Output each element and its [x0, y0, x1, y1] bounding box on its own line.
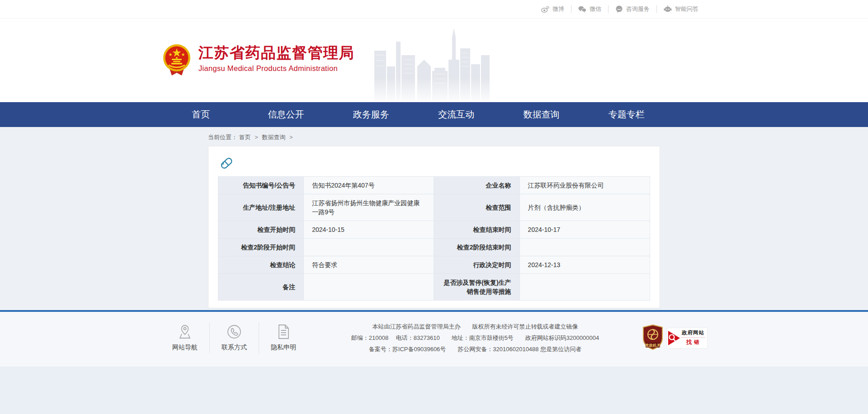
field-label: 企业名称 — [434, 177, 519, 194]
breadcrumb-separator: > — [289, 134, 293, 141]
field-value: 2024-10-17 — [519, 221, 650, 239]
weibo-label: 微博 — [552, 5, 564, 13]
nav-item-gov-services[interactable]: 政务服务 — [329, 102, 414, 127]
table-row: 检查2阶段开始时间 检查2阶段结束时间 — [218, 239, 650, 256]
site-footer: 网站导航 联系方式 — [0, 312, 868, 367]
field-label: 生产地址/注册地址 — [218, 194, 304, 221]
national-emblem-icon — [163, 44, 191, 78]
map-pin-icon — [172, 324, 198, 339]
nav-item-special-topics[interactable]: 专题专栏 — [584, 102, 669, 127]
field-value — [304, 239, 434, 256]
pill-icon — [219, 155, 650, 171]
detail-card: 告知书编号/公告号 告知书2024年第407号 企业名称 江苏联环药业股份有限公… — [208, 146, 660, 308]
smart-qa-label: 智能问答 — [675, 5, 698, 13]
document-icon — [271, 324, 296, 339]
field-label: 检查2阶段结束时间 — [434, 239, 519, 256]
city-skyline-graphic — [374, 24, 490, 102]
party-gov-badge-icon[interactable]: 党政机关 — [642, 325, 663, 352]
field-label: 检查范围 — [434, 194, 519, 221]
privacy-label: 隐私申明 — [271, 343, 296, 352]
field-label: 检查开始时间 — [218, 221, 304, 239]
site-header: 江苏省药品监督管理局 Jiangsu Medical Products Admi… — [0, 19, 868, 102]
table-row: 检查开始时间 2024-10-15 检查结束时间 2024-10-17 — [218, 221, 650, 239]
content-area: 当前位置： 首页 > 数据查询 > 告知书编号/公告号 告知书2024 — [0, 127, 868, 312]
nav-item-interaction[interactable]: 交流互动 — [414, 102, 499, 127]
nav-item-home[interactable]: 首页 — [158, 102, 243, 127]
weibo-link[interactable]: 微博 — [534, 5, 571, 13]
table-row: 生产地址/注册地址 江苏省扬州市扬州生物健康产业园健康一路9号 检查范围 片剂（… — [218, 194, 650, 221]
field-value: 告知书2024年第407号 — [304, 177, 434, 194]
page: 微博 微信 咨询服务 智能问答 — [0, 0, 868, 414]
field-value: 符合要求 — [304, 256, 434, 274]
field-value — [519, 239, 650, 256]
gov-site-badge-top-label: 政府网站 — [681, 329, 705, 338]
contact-link[interactable]: 联系方式 — [209, 322, 259, 353]
nav-item-data-query[interactable]: 数据查询 — [499, 102, 584, 127]
field-value: 2024-10-15 — [304, 221, 434, 239]
field-value — [304, 274, 434, 301]
field-label: 备注 — [218, 274, 304, 301]
chat-icon — [615, 5, 623, 13]
phone-icon — [222, 324, 247, 339]
inspection-detail-table: 告知书编号/公告号 告知书2024年第407号 企业名称 江苏联环药业股份有限公… — [218, 176, 650, 301]
wechat-icon — [578, 6, 586, 13]
field-label: 是否涉及暂停(恢复)生产销售使用等措施 — [434, 274, 519, 301]
wechat-label: 微信 — [590, 5, 601, 13]
svg-text:党政机关: 党政机关 — [645, 343, 661, 347]
footer-line-contact: 邮编：210008 电话：83273610 地址：南京市鼓楼街5号 政府网站标识… — [311, 332, 639, 343]
field-label: 行政决定时间 — [434, 256, 519, 274]
breadcrumb: 当前位置： 首页 > 数据查询 > — [208, 132, 660, 146]
robot-icon — [664, 5, 672, 13]
table-row: 检查结论 符合要求 行政决定时间 2024-12-13 — [218, 256, 650, 274]
brand[interactable]: 江苏省药品监督管理局 Jiangsu Medical Products Admi… — [163, 44, 354, 78]
top-utility-bar: 微博 微信 咨询服务 智能问答 — [0, 0, 868, 19]
field-value: 江苏省扬州市扬州生物健康产业园健康一路9号 — [304, 194, 434, 221]
footer-badges: 党政机关 政府网站 找错 — [642, 325, 708, 352]
contact-label: 联系方式 — [222, 343, 247, 352]
weibo-icon — [541, 6, 549, 13]
table-row: 告知书编号/公告号 告知书2024年第407号 企业名称 江苏联环药业股份有限公… — [218, 177, 650, 194]
gov-site-badge-bottom-label: 找错 — [681, 339, 707, 346]
field-value — [519, 274, 650, 301]
site-map-link[interactable]: 网站导航 — [160, 322, 209, 353]
footer-line-icp: 备案号：苏ICP备09039606号 苏公网安备：32010602010488 … — [311, 343, 639, 355]
breadcrumb-section-link[interactable]: 数据查询 — [262, 134, 285, 141]
field-label: 告知书编号/公告号 — [218, 177, 304, 194]
site-subtitle: Jiangsu Medical Products Administration — [198, 64, 354, 73]
field-label: 检查2阶段开始时间 — [218, 239, 304, 256]
consult-service-link[interactable]: 咨询服务 — [608, 5, 656, 13]
nav-item-info-disclosure[interactable]: 信息公开 — [243, 102, 328, 127]
breadcrumb-separator: > — [255, 134, 258, 141]
field-label: 检查结束时间 — [434, 221, 519, 239]
footer-line-host: 本站由江苏省药品监督管理局主办 版权所有未经许可禁止转载或者建立镜像 — [311, 321, 639, 332]
breadcrumb-home-link[interactable]: 首页 — [239, 134, 251, 141]
main-nav: 首页 信息公开 政务服务 交流互动 数据查询 专题专栏 — [0, 102, 868, 127]
privacy-link[interactable]: 隐私申明 — [259, 322, 308, 353]
site-title: 江苏省药品监督管理局 — [198, 44, 354, 62]
consult-service-label: 咨询服务 — [626, 5, 650, 13]
table-row: 备注 是否涉及暂停(恢复)生产销售使用等措施 — [218, 274, 650, 301]
field-value: 片剂（含抗肿瘤类） — [519, 194, 650, 221]
footer-quick-links: 网站导航 联系方式 — [160, 322, 308, 353]
field-value: 2024-12-13 — [519, 256, 650, 274]
field-value: 江苏联环药业股份有限公司 — [519, 177, 650, 194]
footer-text: 本站由江苏省药品监督管理局主办 版权所有未经许可禁止转载或者建立镜像 邮编：21… — [308, 321, 642, 355]
site-map-label: 网站导航 — [172, 343, 198, 352]
wechat-link[interactable]: 微信 — [571, 5, 608, 13]
breadcrumb-prefix: 当前位置： — [208, 134, 237, 141]
page-bottom-background — [0, 367, 868, 414]
gov-site-error-report-badge[interactable]: 政府网站 找错 — [667, 328, 708, 348]
field-label: 检查结论 — [218, 256, 304, 274]
smart-qa-link[interactable]: 智能问答 — [656, 5, 705, 13]
